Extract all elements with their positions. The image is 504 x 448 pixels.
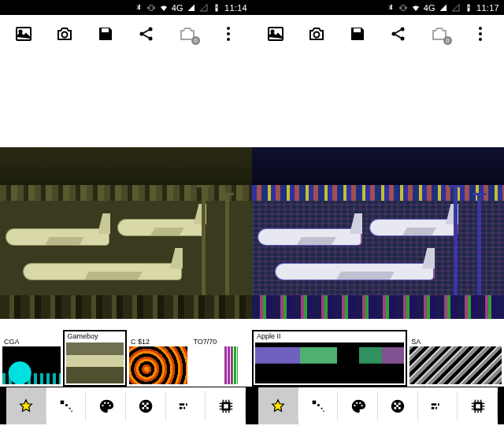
bottom-toolbar (252, 387, 504, 424)
filter-item[interactable]: SA (407, 336, 504, 387)
filter-item[interactable]: CGA (0, 336, 63, 387)
filter-item-selected[interactable]: Apple II (252, 330, 407, 387)
filter-strip[interactable]: CGA Gameboy C $12 TO7/70 (0, 336, 252, 387)
filter-label: Apple II (255, 332, 283, 340)
save-button[interactable] (90, 18, 121, 50)
svg-point-16 (109, 404, 110, 405)
signal-icon (439, 3, 448, 13)
edge-hint-right (498, 387, 504, 424)
star-icon (17, 398, 35, 415)
sliders-icon (429, 398, 447, 415)
svg-rect-52 (432, 403, 436, 405)
checker-icon (137, 398, 154, 415)
filter-item[interactable]: C $12 (127, 336, 190, 387)
top-toolbar (252, 15, 504, 53)
tab-processor[interactable] (206, 387, 246, 424)
svg-point-13 (102, 404, 103, 405)
palette-icon (98, 398, 115, 415)
svg-point-14 (104, 402, 106, 403)
camera-button[interactable] (301, 18, 332, 50)
svg-rect-53 (432, 406, 435, 409)
tab-dither[interactable] (298, 387, 339, 424)
svg-rect-38 (313, 400, 317, 404)
top-toolbar (0, 15, 252, 53)
tab-dither[interactable] (46, 387, 87, 424)
svg-rect-9 (61, 400, 65, 404)
svg-rect-11 (69, 407, 71, 409)
bluetooth-icon (134, 3, 143, 13)
tab-processor[interactable] (458, 387, 498, 424)
overflow-menu-button[interactable] (213, 18, 244, 50)
share-button[interactable] (383, 18, 414, 50)
network-label: 4G (424, 3, 435, 13)
svg-rect-47 (395, 402, 397, 405)
svg-point-4 (62, 32, 68, 38)
svg-rect-21 (143, 406, 145, 409)
svg-rect-0 (150, 5, 153, 10)
svg-rect-26 (183, 406, 185, 409)
filter-thumbnail (2, 346, 61, 384)
signal-icon (187, 3, 196, 13)
tab-pattern[interactable] (126, 387, 166, 424)
edge-hint-left (252, 387, 258, 424)
gallery-button[interactable] (260, 18, 291, 50)
svg-rect-34 (358, 29, 359, 31)
preview-image[interactable] (0, 147, 252, 319)
bottom-toolbar (0, 387, 252, 424)
svg-rect-48 (398, 402, 401, 405)
svg-rect-22 (146, 406, 149, 409)
layers-button[interactable] (172, 18, 203, 50)
svg-rect-29 (402, 5, 405, 10)
svg-point-45 (361, 404, 362, 405)
more-vert-icon (220, 27, 236, 41)
svg-rect-5 (106, 29, 107, 31)
wifi-icon (411, 3, 421, 13)
filter-label: SA (410, 338, 422, 346)
filter-label: Gameboy (66, 332, 100, 340)
share-button[interactable] (131, 18, 162, 50)
chip-icon (217, 398, 235, 415)
camera-button[interactable] (49, 18, 80, 50)
filter-item-selected[interactable]: Gameboy (63, 330, 128, 387)
edge-hint-left (0, 387, 6, 424)
star-icon (269, 398, 287, 415)
app-split-view: 4G 11:14 CGA (0, 0, 504, 448)
filter-label: C $12 (129, 338, 151, 346)
svg-rect-49 (397, 405, 399, 407)
svg-point-42 (354, 404, 355, 405)
pane-right: 4G 11:17 Apple II (252, 0, 504, 448)
save-button[interactable] (342, 18, 373, 50)
tab-favorites[interactable] (6, 387, 46, 424)
palette-icon (350, 398, 367, 415)
tab-palette[interactable] (86, 387, 126, 424)
tab-palette[interactable] (338, 387, 378, 424)
tab-levels[interactable] (418, 387, 458, 424)
clock: 11:17 (476, 3, 499, 13)
overflow-menu-button[interactable] (465, 18, 496, 50)
svg-rect-25 (186, 403, 187, 405)
svg-rect-50 (395, 406, 397, 409)
svg-rect-28 (224, 404, 228, 409)
filter-thumbnail (255, 342, 404, 383)
filter-label: TO7/70 (192, 338, 219, 346)
preview-image[interactable] (252, 147, 504, 319)
svg-rect-41 (323, 410, 324, 411)
filter-item[interactable]: TO7/70 (190, 336, 253, 387)
svg-rect-54 (438, 403, 439, 405)
signal-empty-icon (199, 3, 209, 13)
signal-empty-icon (451, 3, 461, 13)
svg-rect-51 (398, 406, 401, 409)
svg-rect-24 (180, 406, 183, 409)
filter-strip[interactable]: Apple II SA (252, 336, 504, 387)
svg-point-32 (272, 31, 274, 33)
svg-rect-12 (71, 410, 72, 411)
svg-rect-40 (321, 407, 323, 409)
tab-favorites[interactable] (258, 387, 298, 424)
dither-icon (57, 398, 75, 415)
tab-pattern[interactable] (378, 387, 418, 424)
gallery-button[interactable] (8, 18, 39, 50)
tab-levels[interactable] (166, 387, 206, 424)
svg-point-3 (20, 31, 22, 33)
blank-area (252, 53, 504, 147)
layers-button[interactable] (424, 18, 455, 50)
